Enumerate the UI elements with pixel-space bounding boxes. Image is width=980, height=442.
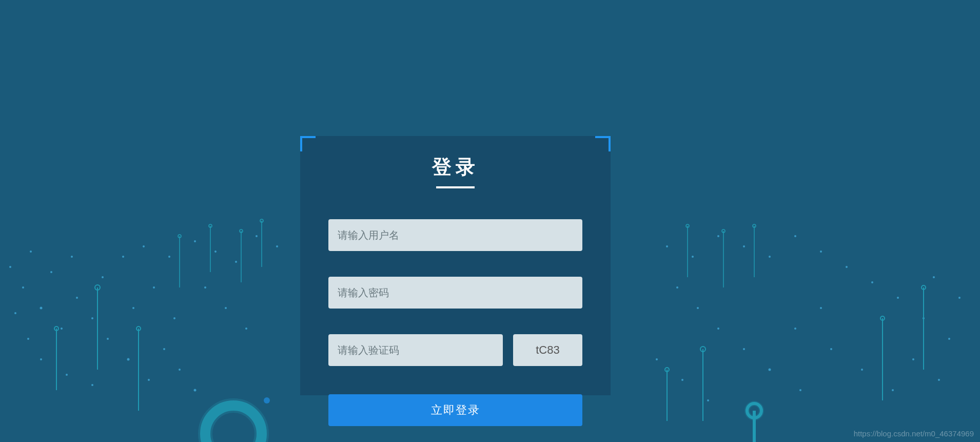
- svg-point-17: [153, 286, 155, 289]
- svg-point-77: [958, 297, 961, 299]
- svg-point-24: [66, 374, 68, 376]
- svg-point-70: [830, 348, 832, 350]
- password-input[interactable]: [328, 277, 582, 309]
- svg-point-10: [179, 369, 181, 371]
- svg-point-65: [697, 307, 699, 309]
- svg-point-59: [846, 266, 848, 268]
- svg-point-45: [209, 224, 212, 227]
- svg-point-33: [235, 261, 237, 263]
- svg-point-15: [102, 276, 104, 278]
- login-panel: 登录 tC83 立即登录: [300, 136, 611, 395]
- svg-point-93: [880, 316, 885, 320]
- svg-point-41: [136, 326, 141, 331]
- svg-point-34: [256, 235, 258, 237]
- svg-point-68: [769, 369, 771, 371]
- svg-point-30: [168, 256, 170, 258]
- svg-point-12: [30, 251, 32, 253]
- svg-point-83: [700, 347, 705, 352]
- login-form: tC83 立即登录: [300, 188, 611, 426]
- svg-point-78: [912, 358, 914, 360]
- svg-point-27: [14, 312, 16, 314]
- svg-point-19: [204, 286, 206, 289]
- svg-point-60: [871, 281, 873, 283]
- svg-point-87: [686, 224, 689, 227]
- svg-point-62: [923, 317, 925, 319]
- svg-point-5: [91, 317, 93, 319]
- svg-point-47: [240, 229, 243, 233]
- svg-point-6: [107, 338, 109, 340]
- svg-point-16: [132, 307, 134, 309]
- svg-point-76: [933, 276, 935, 278]
- svg-point-89: [722, 229, 725, 233]
- svg-point-54: [717, 235, 719, 237]
- svg-point-31: [194, 240, 196, 242]
- svg-point-71: [861, 369, 863, 371]
- svg-point-39: [95, 285, 100, 290]
- svg-point-20: [225, 307, 227, 309]
- watermark: https://blog.csdn.net/m0_46374969: [854, 429, 974, 438]
- svg-point-1: [22, 286, 24, 289]
- svg-point-43: [178, 235, 181, 238]
- svg-point-51: [205, 406, 262, 442]
- corner-bracket-top-right: [595, 136, 611, 151]
- username-input[interactable]: [328, 219, 582, 251]
- svg-point-85: [665, 368, 669, 372]
- svg-point-58: [820, 251, 822, 253]
- svg-point-67: [743, 348, 745, 350]
- svg-point-0: [9, 266, 11, 268]
- svg-point-52: [666, 245, 668, 247]
- captcha-input[interactable]: [328, 334, 503, 366]
- svg-point-91: [753, 224, 756, 227]
- svg-point-74: [681, 379, 683, 381]
- corner-bracket-top-left: [300, 136, 316, 151]
- svg-point-73: [656, 358, 658, 360]
- svg-point-75: [707, 399, 709, 401]
- svg-point-14: [71, 256, 73, 258]
- svg-point-7: [127, 358, 130, 361]
- svg-point-53: [692, 256, 694, 258]
- svg-point-4: [76, 297, 78, 299]
- svg-point-29: [143, 245, 145, 247]
- svg-point-13: [50, 271, 52, 273]
- svg-point-26: [27, 338, 29, 340]
- svg-point-63: [948, 338, 950, 340]
- svg-point-80: [820, 307, 822, 309]
- svg-point-50: [205, 406, 262, 442]
- svg-point-35: [276, 245, 278, 247]
- svg-point-22: [264, 397, 270, 403]
- svg-point-56: [769, 256, 771, 258]
- captcha-image[interactable]: tC83: [513, 334, 582, 366]
- svg-point-81: [794, 328, 796, 330]
- svg-point-8: [148, 379, 150, 381]
- svg-point-98: [747, 403, 761, 418]
- svg-point-11: [194, 389, 197, 392]
- login-title: 登录: [300, 154, 611, 180]
- svg-point-55: [743, 245, 745, 247]
- svg-point-69: [799, 389, 801, 391]
- svg-point-3: [61, 328, 63, 330]
- svg-point-28: [122, 256, 124, 258]
- svg-point-49: [260, 219, 263, 222]
- login-submit-button[interactable]: 立即登录: [328, 394, 582, 426]
- svg-point-25: [91, 384, 93, 386]
- svg-point-97: [747, 403, 761, 418]
- svg-point-72: [892, 389, 894, 391]
- svg-point-95: [922, 285, 926, 290]
- svg-point-32: [214, 251, 217, 253]
- svg-point-61: [897, 297, 899, 299]
- svg-point-57: [794, 235, 796, 237]
- svg-point-9: [163, 348, 165, 350]
- svg-point-18: [173, 317, 175, 319]
- svg-point-23: [40, 358, 42, 360]
- svg-point-37: [54, 326, 58, 331]
- svg-point-79: [938, 379, 940, 381]
- svg-point-2: [40, 307, 43, 310]
- svg-point-21: [245, 328, 247, 330]
- svg-point-64: [676, 286, 678, 289]
- svg-point-66: [717, 328, 719, 330]
